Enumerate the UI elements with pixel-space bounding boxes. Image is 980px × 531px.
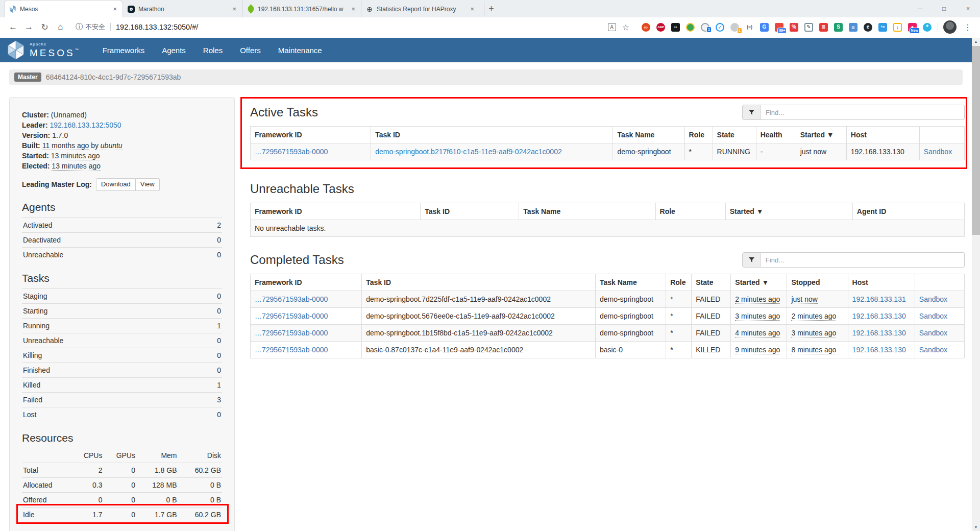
sandbox-link[interactable]: Sandbox (919, 329, 947, 337)
nav-item-agents[interactable]: Agents (153, 46, 194, 55)
framework-id-link[interactable]: …7295671593ab-0000 (255, 295, 328, 303)
profile-pencil-icon[interactable]: ✎ (804, 23, 813, 32)
spring-leaf-favicon-icon (247, 5, 255, 13)
green-coin-icon[interactable] (686, 23, 695, 32)
address-bar[interactable]: ⓘ 不安全 192.168.133.132:5050/#/ A ☆ (71, 19, 633, 35)
host-link[interactable]: 192.168.133.130 (852, 329, 906, 337)
sort-column-header[interactable]: Started ▼ (725, 203, 852, 220)
proxy-infinity-icon[interactable]: ∞ (642, 23, 650, 32)
reload-button[interactable]: ↻ (37, 22, 53, 33)
bookmark-star-icon[interactable]: ☆ (622, 22, 629, 32)
sort-column-header[interactable]: Started ▼ (796, 127, 846, 143)
minimize-button[interactable]: ─ (908, 0, 932, 17)
tab-close-icon[interactable]: × (350, 5, 357, 13)
view-log-button[interactable]: View (136, 178, 160, 191)
sort-column-header[interactable]: Started ▼ (731, 274, 787, 291)
nav-item-offers[interactable]: Offers (231, 46, 270, 55)
sandbox-link[interactable]: Sandbox (919, 346, 947, 354)
framework-id-link[interactable]: …7295671593ab-0000 (255, 329, 328, 337)
task-name-cell: demo-springboot (595, 325, 666, 342)
table-row: Activated2 (22, 218, 222, 232)
filter-funnel-icon[interactable] (742, 252, 761, 268)
coupon-icon[interactable]: % (790, 23, 798, 32)
forward-button[interactable]: → (21, 22, 37, 32)
camera-new-icon[interactable]: ●New (908, 23, 917, 32)
dark-e-icon[interactable]: e (864, 23, 872, 32)
find-input[interactable] (761, 105, 965, 120)
gray-clock-icon[interactable]: 1 (730, 23, 739, 32)
nav-item-maintenance[interactable]: Maintenance (270, 46, 331, 55)
profile-avatar[interactable] (943, 20, 957, 34)
empty-message: No unreachable tasks. (251, 220, 965, 237)
table-row: Staging0 (22, 288, 222, 303)
scroll-down-icon[interactable]: ▼ (972, 523, 980, 531)
framework-id-link[interactable]: …7295671593ab-0000 (255, 312, 328, 320)
maximize-button[interactable]: □ (932, 0, 956, 17)
browser-menu-icon[interactable]: ⋮ (961, 22, 975, 32)
tab-close-icon[interactable]: × (231, 5, 238, 13)
host-link[interactable]: 192.168.133.130 (852, 346, 906, 354)
green-s-icon[interactable]: S (834, 23, 843, 32)
blue-check-icon[interactable]: ✓ (716, 23, 724, 32)
framework-id-link[interactable]: …7295671593ab-0000 (255, 346, 328, 354)
extensions-strip: ∞ABP••1✓1(≡)G99+%✎≣S≡e↪↓●New* (642, 23, 932, 32)
table-header-row: Framework ID Task ID Task Name Role Stat… (251, 127, 965, 143)
info-icon: ⓘ (76, 22, 83, 32)
log-label: Leading Master Log: (22, 180, 92, 188)
share-arrow-icon[interactable]: ↪ (878, 23, 887, 32)
sandbox-link[interactable]: Sandbox (919, 312, 947, 320)
browser-toolbar: ← → ↻ ⌂ ⓘ 不安全 192.168.133.132:5050/#/ A … (0, 17, 980, 37)
close-button[interactable]: × (956, 0, 980, 17)
wheel-icon[interactable]: * (923, 23, 932, 32)
home-button[interactable]: ⌂ (53, 22, 68, 32)
download-arrow-icon[interactable]: ↓ (893, 23, 902, 32)
adblock-plus-icon[interactable]: ABP (656, 23, 665, 32)
scrollbar-thumb[interactable] (972, 46, 980, 235)
security-chip[interactable]: ⓘ 不安全 (76, 22, 105, 32)
tab-close-icon[interactable]: × (111, 5, 118, 13)
cat-assistant-icon[interactable]: 1 (701, 23, 709, 32)
red-list-icon[interactable]: ≣ (819, 23, 828, 32)
leader-link[interactable]: 192.168.133.132:5050 (50, 121, 121, 129)
mail-counter-icon[interactable]: 99+ (775, 23, 783, 32)
task-id-link[interactable]: demo-springboot.b217f610-c1a5-11e9-aaf9-… (375, 148, 562, 156)
master-bar: Master 68464124-810c-4cc1-9d7c-729567159… (9, 69, 963, 85)
sandbox-link[interactable]: Sandbox (924, 148, 952, 156)
table-row: …7295671593ab-0000 demo-springboot.1b15f… (251, 325, 965, 342)
tasks-heading: Tasks (22, 272, 222, 284)
table-row-idle: Idle1.701.7 GB60.2 GB (22, 507, 222, 522)
table-header-row: Framework ID Task ID Task Name Role Star… (251, 203, 965, 220)
translate-icon[interactable]: A (608, 23, 616, 31)
nav-item-roles[interactable]: Roles (194, 46, 231, 55)
mesos-brand[interactable]: Apache MESOS™ (7, 40, 81, 60)
table-row: …7295671593ab-0000 demo-springboot.7d225… (251, 291, 965, 308)
host-link[interactable]: 192.168.133.131 (852, 295, 906, 303)
sandbox-link[interactable]: Sandbox (919, 295, 947, 303)
active-tasks-table: Framework ID Task ID Task Name Role Stat… (250, 126, 965, 160)
browser-tab-marathon[interactable]: Marathon × (123, 1, 242, 17)
browser-tab-mesos[interactable]: Mesos × (4, 0, 123, 17)
table-row: Failed3 (22, 392, 222, 407)
new-tab-button[interactable]: + (484, 2, 498, 16)
scroll-up-icon[interactable]: ▲ (972, 38, 980, 45)
filter-funnel-icon[interactable] (742, 105, 761, 120)
framework-id-link[interactable]: …7295671593ab-0000 (255, 148, 328, 156)
blue-doc-icon[interactable]: ≡ (849, 23, 857, 32)
browser-tab-springboot[interactable]: 192.168.133.131:31657/hello w × (242, 1, 361, 17)
braces-icon[interactable]: (≡) (745, 23, 754, 32)
active-tasks-title: Active Tasks (250, 105, 318, 120)
table-row: Lost0 (22, 407, 222, 422)
host-link[interactable]: 192.168.133.130 (852, 312, 906, 320)
browser-tab-haproxy[interactable]: ⊕ Statistics Report for HAProxy × (361, 1, 480, 17)
tab-close-icon[interactable]: × (469, 5, 476, 13)
table-row-total: Total201.8 GB60.2 GB (22, 463, 222, 477)
translate-ext-icon[interactable]: G (760, 23, 769, 32)
find-input[interactable] (761, 252, 965, 268)
download-log-button[interactable]: Download (96, 178, 136, 191)
nav-item-frameworks[interactable]: Frameworks (94, 46, 154, 55)
mesos-logo-icon (7, 40, 24, 60)
back-button[interactable]: ← (5, 22, 21, 32)
dark-dots-icon[interactable]: •• (671, 23, 680, 32)
vertical-scrollbar[interactable]: ▲ ▼ (972, 38, 980, 531)
brand-apache-label: Apache (30, 42, 81, 46)
